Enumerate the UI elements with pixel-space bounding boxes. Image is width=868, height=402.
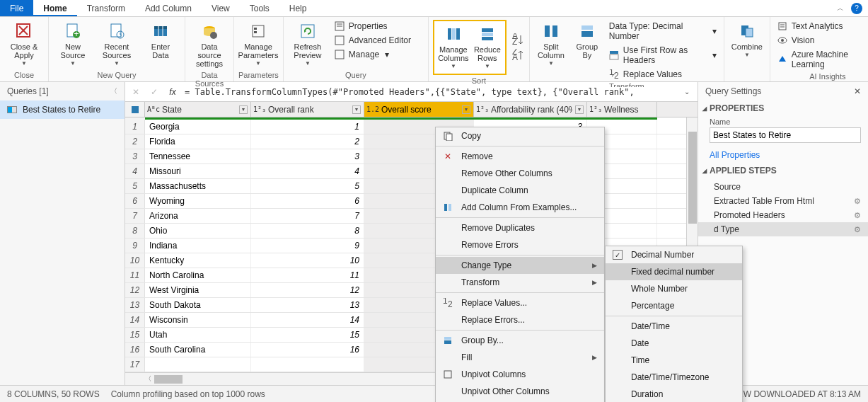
combine-button[interactable]: Combine▼ [729, 20, 765, 61]
query-name-input[interactable] [710, 127, 861, 143]
cell-state: West Virginia [145, 283, 251, 297]
table-row[interactable]: 7 Arizona 7 16 [125, 209, 698, 224]
query-item[interactable]: Best States to Retire [0, 100, 125, 119]
applied-steps-header[interactable]: ◢APPLIED STEPS [698, 163, 868, 178]
type-whole[interactable]: Whole Number [606, 280, 742, 297]
gear-icon[interactable]: ⚙ [854, 225, 861, 234]
manage-parameters-button[interactable]: Manage Parameters▼ [238, 20, 278, 69]
properties-button[interactable]: Properties [332, 20, 424, 33]
expand-formula-icon[interactable]: ⌄ [681, 86, 693, 98]
cell-state: North Carolina [145, 268, 251, 282]
type-date[interactable]: Date [606, 335, 742, 352]
aml-button[interactable]: Azure Machine Learning [775, 48, 868, 71]
applied-step[interactable]: d Type⚙ [698, 222, 868, 236]
properties-section-header[interactable]: ◢PROPERTIES [698, 100, 868, 116]
ctx-remove-duplicates[interactable]: Remove Duplicates [436, 219, 604, 236]
column-header-affordability[interactable]: 1²₃Affordability rank (40%)▼ [474, 102, 587, 117]
ctx-replace-errors[interactable]: Replace Errors... [436, 311, 604, 328]
column-header-overall-rank[interactable]: 1²₃Overall rank▼ [251, 102, 364, 117]
type-dtz[interactable]: Date/Time/Timezone [606, 369, 742, 386]
table-row[interactable]: 3 Tennessee 3 1 [125, 149, 698, 164]
gear-icon[interactable]: ⚙ [854, 211, 861, 220]
ctx-unpivot-other[interactable]: Unpivot Other Columns [436, 383, 604, 400]
tab-help[interactable]: Help [279, 0, 317, 16]
reduce-rows-button[interactable]: Reduce Rows▼ [471, 23, 504, 72]
gear-icon[interactable]: ⚙ [854, 197, 861, 206]
ctx-remove[interactable]: ✕Remove [436, 148, 604, 165]
ctx-fill[interactable]: Fill▶ [436, 349, 604, 366]
split-column-button[interactable]: Split Column▼ [534, 20, 568, 81]
type-time[interactable]: Time [606, 352, 742, 369]
sort-desc-button[interactable]: ZA [511, 49, 525, 62]
column-header-overall-score[interactable]: 1.2Overall score▼ [364, 102, 474, 117]
ctx-copy[interactable]: Copy [436, 127, 604, 144]
formula-input[interactable] [185, 87, 675, 97]
advanced-editor-button[interactable]: Advanced Editor [332, 34, 424, 47]
tab-view[interactable]: View [202, 0, 240, 16]
chevron-up-icon[interactable]: ︿ [837, 4, 844, 13]
new-source-button[interactable]: +New Source▼ [53, 20, 93, 69]
ctx-add-from-examples[interactable]: Add Column From Examples... [436, 199, 604, 216]
column-header-state[interactable]: AᴮcState▼ [145, 102, 251, 117]
tab-home[interactable]: Home [33, 0, 76, 16]
close-settings-icon[interactable]: ✕ [854, 86, 861, 96]
tab-transform[interactable]: Transform [77, 0, 135, 16]
type-fixed-decimal[interactable]: Fixed decimal number [606, 263, 742, 280]
ctx-replace-values[interactable]: 12Replace Values... [436, 294, 604, 311]
tab-tools[interactable]: Tools [240, 0, 279, 16]
type-percentage[interactable]: Percentage [606, 297, 742, 314]
use-first-row-headers-button[interactable]: Use First Row as Headers▾ [606, 44, 719, 67]
ctx-remove-other[interactable]: Remove Other Columns [436, 165, 604, 182]
tab-file[interactable]: File [0, 0, 33, 16]
groupby-icon [577, 21, 597, 41]
recent-sources-button[interactable]: Recent Sources▼ [97, 20, 137, 69]
vision-button[interactable]: Vision [775, 34, 868, 47]
ctx-unpivot[interactable]: Unpivot Columns [436, 366, 604, 383]
manage-columns-button[interactable]: Manage Columns▼ [436, 23, 471, 72]
cancel-formula-icon[interactable]: ✕ [129, 86, 142, 98]
ctx-remove-errors[interactable]: Remove Errors [436, 236, 604, 253]
table-row[interactable]: 5 Massachusetts 5 42 [125, 179, 698, 194]
ctx-group-by[interactable]: Group By... [436, 332, 604, 349]
collapse-icon[interactable]: 〈 [110, 86, 117, 96]
column-dropdown-icon[interactable]: ▼ [575, 105, 584, 114]
data-source-settings-button[interactable]: Data source settings [190, 20, 229, 69]
text-analytics-button[interactable]: Text Analytics [775, 20, 868, 33]
help-icon[interactable]: ? [851, 3, 862, 14]
column-dropdown-icon[interactable]: ▼ [239, 105, 248, 114]
grid-corner[interactable] [125, 102, 145, 117]
applied-step[interactable]: Extracted Table From Html⚙ [698, 194, 868, 208]
cell-state: South Dakota [145, 298, 251, 312]
applied-step[interactable]: Source [698, 180, 868, 194]
table-row[interactable]: 8 Ohio 8 19 [125, 224, 698, 239]
all-properties-link[interactable]: All Properties [698, 147, 868, 163]
table-row[interactable]: 1 Georgia 1 3 [125, 120, 698, 134]
sort-asc-button[interactable]: AZ [511, 33, 525, 46]
ctx-change-type[interactable]: Change Type▶ [436, 257, 604, 274]
tab-add-column[interactable]: Add Column [135, 0, 202, 16]
ctx-duplicate[interactable]: Duplicate Column [436, 182, 604, 199]
type-datetime[interactable]: Date/Time [606, 318, 742, 335]
refresh-preview-button[interactable]: Refresh Preview▼ [288, 20, 328, 69]
queries-header[interactable]: Queries [1] 〈 [0, 82, 125, 100]
table-row[interactable]: 6 Wyoming 6 17 [125, 194, 698, 209]
column-header-wellness[interactable]: 1²₃Wellness [587, 102, 657, 117]
manage-button[interactable]: Manage▾ [332, 48, 424, 61]
accept-formula-icon[interactable]: ✓ [148, 86, 161, 98]
type-duration[interactable]: Duration [606, 386, 742, 402]
applied-step[interactable]: Promoted Headers⚙ [698, 208, 868, 222]
fx-icon[interactable]: fx [166, 86, 179, 98]
table-row[interactable]: 2 Florida 2 14 [125, 134, 698, 149]
enter-data-button[interactable]: Enter Data [141, 20, 180, 69]
table-row[interactable]: 4 Missouri 4 3 [125, 164, 698, 179]
group-by-button[interactable]: Group By [572, 20, 602, 81]
type-decimal[interactable]: ✓Decimal Number [606, 246, 742, 263]
column-dropdown-icon[interactable]: ▼ [462, 105, 470, 114]
column-dropdown-icon[interactable]: ▼ [352, 105, 361, 114]
close-apply-button[interactable]: Close & Apply ▼ [4, 20, 44, 69]
replace-values-button[interactable]: 12Replace Values [606, 68, 719, 81]
groupby-icon [441, 335, 454, 346]
svg-rect-51 [446, 134, 452, 141]
ctx-transform[interactable]: Transform▶ [436, 274, 604, 291]
data-type-button[interactable]: Data Type: Decimal Number▾ [606, 20, 719, 42]
